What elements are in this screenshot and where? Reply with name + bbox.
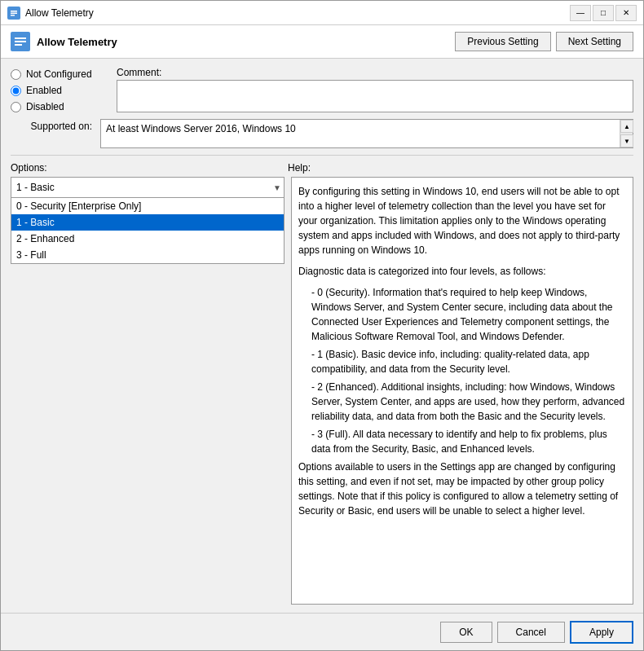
disabled-label: Disabled [26,101,64,112]
window-icon [7,7,20,20]
supported-scrollbar: ▲ ▼ [620,120,633,147]
options-section-label: Options: [11,162,288,174]
enabled-radio[interactable]: Enabled [11,85,108,96]
dropdown-item-full[interactable]: 3 - Full [11,247,284,263]
comment-label: Comment: [117,67,633,78]
close-button[interactable]: ✕ [615,5,637,21]
title-bar-left: Allow Telemetry [7,7,94,20]
cancel-button[interactable]: Cancel [497,622,565,643]
title-bar: Allow Telemetry — □ ✕ [1,1,643,25]
telemetry-level-select[interactable]: 0 - Security [Enterprise Only] 1 - Basic… [11,177,285,198]
header-buttons: Previous Setting Next Setting [455,32,633,51]
bottom-bar: OK Cancel Apply [1,613,643,650]
svg-rect-1 [11,11,17,12]
comment-section: Comment: [117,67,633,112]
previous-setting-button[interactable]: Previous Setting [455,32,550,51]
disabled-radio[interactable]: Disabled [11,101,108,112]
radio-comment-row: Not Configured Enabled Disabled Comment: [11,67,633,112]
main-window: Allow Telemetry — □ ✕ Allow Telemetry Pr… [0,0,644,651]
help-paragraph-1: By configuring this setting in Windows 1… [298,184,626,257]
svg-rect-3 [11,15,15,16]
comment-textarea[interactable] [117,80,633,112]
maximize-button[interactable]: □ [593,5,614,21]
supported-row: Supported on: At least Windows Server 20… [11,119,633,148]
svg-rect-6 [15,41,26,42]
svg-rect-7 [15,44,22,46]
help-paragraph-options: Options available to users in the Settin… [298,460,626,518]
not-configured-label: Not Configured [26,68,92,80]
help-panel: By configuring this setting in Windows 1… [291,177,633,605]
ok-button[interactable]: OK [440,622,492,643]
options-panel: 0 - Security [Enterprise Only] 1 - Basic… [11,177,285,605]
supported-box: At least Windows Server 2016, Windows 10… [100,119,633,148]
help-level-3: - 3 (Full). All data necessary to identi… [311,427,626,456]
title-controls: — □ ✕ [570,5,637,21]
help-level-0: - 0 (Security). Information that's requi… [311,285,626,344]
supported-value: At least Windows Server 2016, Windows 10 [106,123,296,134]
options-help-header: Options: Help: [11,162,633,174]
next-setting-button[interactable]: Next Setting [556,32,633,51]
content-area: Not Configured Enabled Disabled Comment:… [1,59,643,613]
help-paragraph-2: Diagnostic data is categorized into four… [298,264,626,279]
header-bar: Allow Telemetry Previous Setting Next Se… [1,25,643,59]
radio-section: Not Configured Enabled Disabled [11,67,108,112]
svg-rect-2 [11,12,17,14]
header-left: Allow Telemetry [11,32,117,51]
header-icon [11,32,30,51]
dropdown-wrapper: 0 - Security [Enterprise Only] 1 - Basic… [11,177,285,198]
help-level-2: - 2 (Enhanced). Additional insights, inc… [311,380,626,424]
dropdown-item-basic[interactable]: 1 - Basic [11,214,284,231]
minimize-button[interactable]: — [570,5,591,21]
dropdown-list: 0 - Security [Enterprise Only] 1 - Basic… [11,198,285,264]
svg-rect-5 [15,37,26,39]
enabled-label: Enabled [26,85,62,96]
apply-button[interactable]: Apply [570,621,633,644]
options-help-body: 0 - Security [Enterprise Only] 1 - Basic… [11,177,633,605]
dropdown-item-enhanced[interactable]: 2 - Enhanced [11,231,284,247]
not-configured-radio[interactable]: Not Configured [11,68,108,80]
help-section-label: Help: [288,162,633,174]
window-title: Allow Telemetry [25,7,94,19]
divider [11,155,633,156]
scroll-down-arrow[interactable]: ▼ [620,134,633,147]
supported-label: Supported on: [11,119,92,132]
header-title: Allow Telemetry [37,36,117,48]
dropdown-item-security[interactable]: 0 - Security [Enterprise Only] [11,198,284,214]
help-level-1: - 1 (Basic). Basic device info, includin… [311,347,626,376]
scroll-up-arrow[interactable]: ▲ [620,120,633,133]
